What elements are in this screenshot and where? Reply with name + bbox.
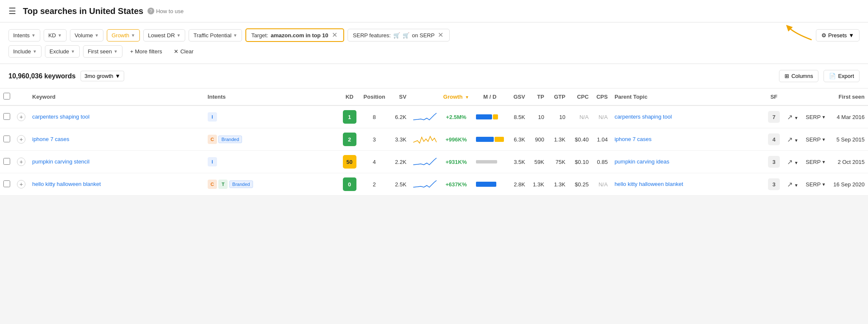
- filter-intents[interactable]: Intents ▼: [8, 29, 40, 42]
- gtp-cell: 75K: [548, 151, 569, 173]
- target-filter-close[interactable]: ✕: [331, 32, 338, 39]
- arrow-annotation: [786, 25, 816, 42]
- sf-badge: 3: [768, 178, 780, 190]
- filter-volume[interactable]: Volume ▼: [70, 29, 103, 42]
- filter-kd[interactable]: KD ▼: [44, 29, 67, 42]
- page-header: ☰ Top searches in United States ? How to…: [0, 0, 868, 22]
- chevron-down-icon[interactable]: ▼: [794, 138, 798, 143]
- row-checkbox[interactable]: [3, 180, 10, 187]
- export-icon: 📄: [829, 73, 836, 79]
- chevron-down-icon: ▼: [821, 137, 826, 142]
- keyword-link[interactable]: hello kitty halloween blanket: [32, 180, 201, 188]
- table-toolbar: 10,960,036 keywords 3mo growth ▼ ⊞ Colum…: [0, 64, 868, 89]
- cpc-cell: $0.10: [569, 151, 592, 173]
- filters-bar: Intents ▼ KD ▼ Volume ▼ Growth ▼ Lowest …: [0, 22, 868, 64]
- th-md: M / D: [473, 89, 507, 105]
- parent-topic-link[interactable]: carpenters shaping tool: [615, 113, 761, 121]
- chevron-down-icon: ▼: [114, 49, 118, 54]
- sf-cell: 4: [765, 128, 783, 151]
- growth-select[interactable]: 3mo growth ▼: [81, 71, 124, 81]
- chevron-down-icon: ▼: [95, 33, 99, 38]
- clear-button[interactable]: ✕ Clear: [170, 46, 198, 57]
- presets-button[interactable]: ⚙ Presets ▼: [816, 29, 860, 42]
- row-checkbox[interactable]: [3, 158, 10, 165]
- parent-topic-link[interactable]: pumpkin carving ideas: [615, 158, 761, 166]
- row-checkbox[interactable]: [3, 113, 10, 120]
- row-add-cell: +: [14, 173, 29, 196]
- chevron-down-icon: ▼: [821, 160, 826, 164]
- md-cell: [473, 105, 507, 128]
- columns-button[interactable]: ⊞ Columns: [779, 70, 818, 82]
- chevron-down-icon: ▼: [821, 115, 826, 119]
- parent-topic-cell: pumpkin carving ideas: [611, 151, 765, 173]
- keyword-cell: carpenters shaping tool: [29, 105, 204, 128]
- kd-badge: 50: [343, 155, 356, 169]
- filter-include[interactable]: Include ▼: [8, 45, 42, 58]
- th-growth[interactable]: Growth ▼: [440, 89, 473, 105]
- keyword-link[interactable]: pumpkin carving stencil: [32, 158, 201, 166]
- th-intents: Intents: [204, 89, 339, 105]
- trend-icon: ↗: [787, 114, 793, 121]
- row-checkbox-cell: [0, 173, 14, 196]
- settings-icon: ⚙: [821, 32, 826, 39]
- intent-badge-i: I: [208, 157, 217, 166]
- parent-topic-cell: iphone 7 cases: [611, 128, 765, 151]
- serp-select[interactable]: SERP ▼: [806, 159, 826, 165]
- keyword-link[interactable]: carpenters shaping tool: [32, 113, 201, 121]
- add-keyword-button[interactable]: +: [17, 113, 25, 121]
- filter-traffic-potential[interactable]: Traffic Potential ▼: [189, 29, 242, 42]
- add-keyword-button[interactable]: +: [17, 158, 25, 166]
- add-keyword-button[interactable]: +: [17, 180, 25, 188]
- parent-topic-cell: carpenters shaping tool: [611, 105, 765, 128]
- add-keyword-button[interactable]: +: [17, 135, 25, 144]
- menu-icon[interactable]: ☰: [8, 6, 16, 16]
- intent-badge-t: T: [218, 180, 228, 189]
- filter-first-seen[interactable]: First seen ▼: [83, 45, 122, 58]
- trend-icon: ↗: [787, 136, 793, 143]
- kd-badge: 2: [343, 133, 356, 146]
- th-gsv: GSV: [507, 89, 529, 105]
- toolbar-actions: ⊞ Columns 📄 Export: [779, 70, 860, 82]
- sf-cell: 7: [765, 105, 783, 128]
- more-filters-button[interactable]: + More filters: [126, 46, 167, 57]
- serp-filter: SERP features: 🛒 🛒 on SERP ✕: [348, 29, 450, 42]
- serp-select[interactable]: SERP ▼: [806, 181, 826, 188]
- serp-select[interactable]: SERP ▼: [806, 136, 826, 143]
- position-cell: 8: [360, 105, 389, 128]
- row-checkbox-cell: [0, 128, 14, 151]
- row-add-cell: +: [14, 105, 29, 128]
- md-cell: [473, 128, 507, 151]
- kd-cell: 0: [339, 173, 360, 196]
- trend-icon: ↗: [787, 158, 793, 166]
- first-seen-cell: 5 Sep 2015: [830, 128, 868, 151]
- kd-cell: 2: [339, 128, 360, 151]
- th-cps: CPS: [592, 89, 611, 105]
- select-all-checkbox[interactable]: [3, 93, 10, 100]
- row-checkbox[interactable]: [3, 136, 10, 142]
- chevron-down-icon[interactable]: ▼: [794, 183, 798, 188]
- parent-topic-link[interactable]: hello kitty halloween blanket: [615, 180, 761, 188]
- table-row: + iphone 7 cases C Branded 2 3 3.3K +996…: [0, 128, 868, 151]
- export-button[interactable]: 📄 Export: [823, 70, 860, 82]
- chevron-down-icon: ▼: [33, 49, 37, 54]
- growth-value: +931K%: [445, 159, 467, 165]
- chevron-down-icon[interactable]: ▼: [794, 116, 798, 120]
- filter-growth[interactable]: Growth ▼: [107, 29, 140, 42]
- filter-lowest-dr[interactable]: Lowest DR ▼: [143, 29, 185, 42]
- gtp-cell: 1.3K: [548, 128, 569, 151]
- intent-badge-c: C: [208, 135, 217, 144]
- parent-topic-link[interactable]: iphone 7 cases: [615, 136, 761, 143]
- filter-exclude[interactable]: Exclude ▼: [45, 45, 80, 58]
- serp-select[interactable]: SERP ▼: [806, 114, 826, 120]
- chevron-down-icon: ▼: [58, 33, 62, 38]
- kd-badge: 1: [343, 110, 356, 124]
- tp-cell: 1.3K: [529, 173, 548, 196]
- how-to-use-button[interactable]: ? How to use: [147, 8, 184, 14]
- chevron-down-icon[interactable]: ▼: [794, 161, 798, 165]
- trend-icon: ↗: [787, 181, 793, 188]
- th-kd: KD: [339, 89, 360, 105]
- keyword-link[interactable]: iphone 7 cases: [32, 136, 201, 143]
- tp-cell: 59K: [529, 151, 548, 173]
- sort-arrow-icon: ▼: [465, 95, 469, 100]
- serp-filter-close[interactable]: ✕: [437, 32, 444, 39]
